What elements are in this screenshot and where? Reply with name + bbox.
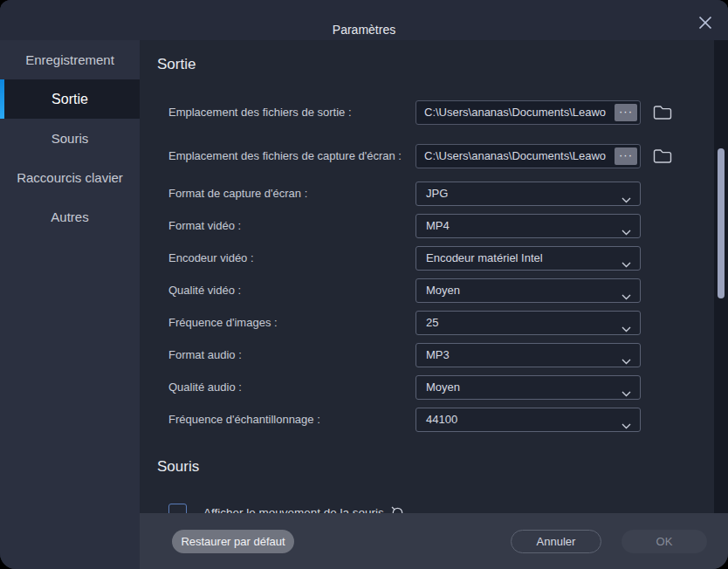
field-label: Emplacement des fichiers de capture d'éc… [168, 144, 402, 168]
sidebar: Enregistrement Sortie Souris Raccourcis … [0, 40, 140, 569]
section-heading-sortie: Sortie [157, 56, 196, 73]
chevron-down-icon [622, 417, 631, 433]
titlebar: Paramètres [0, 0, 728, 40]
form-row-video-quality: Qualité vidéo : Moyen [140, 278, 714, 303]
frame-rate-select[interactable]: 25 [416, 311, 641, 335]
active-tab-indicator [0, 79, 4, 119]
sidebar-item-souris[interactable]: Souris [0, 119, 140, 158]
field-label: Qualité vidéo : [168, 278, 241, 303]
chevron-down-icon [622, 353, 631, 368]
field-label: Fréquence d'échantillonnage : [168, 408, 320, 432]
sidebar-item-label: Autres [51, 209, 88, 224]
video-encoder-select[interactable]: Encodeur matériel Intel [416, 246, 641, 271]
form-row-frame-rate: Fréquence d'images : 25 [140, 311, 714, 335]
select-value: Moyen [426, 376, 460, 399]
form-row-screenshot-path: Emplacement des fichiers de capture d'éc… [140, 144, 714, 168]
video-format-select[interactable]: MP4 [416, 214, 641, 238]
chevron-down-icon [622, 288, 631, 304]
scrollbar-track[interactable] [714, 40, 728, 513]
sidebar-item-label: Souris [52, 131, 89, 146]
settings-window: Paramètres Enregistrement Sortie Souris … [0, 0, 728, 569]
form-row-video-encoder: Encodeur vidéo : Encodeur matériel Intel [140, 246, 714, 271]
sidebar-item-sortie[interactable]: Sortie [0, 79, 140, 119]
restore-defaults-button[interactable]: Restaurer par défaut [172, 530, 294, 553]
select-value: 25 [426, 312, 438, 334]
video-quality-select[interactable]: Moyen [416, 278, 641, 303]
form-row-audio-format: Format audio : MP3 [140, 343, 714, 367]
sidebar-item-label: Enregistrement [25, 52, 114, 67]
sidebar-item-label: Raccourcis clavier [17, 170, 123, 185]
audio-quality-select[interactable]: Moyen [416, 375, 641, 400]
output-path-field[interactable]: C:\Users\ananas\Documents\Leawo ··· [416, 100, 641, 125]
field-label: Emplacement des fichiers de sortie : [168, 100, 352, 125]
form-row-audio-quality: Qualité audio : Moyen [140, 375, 714, 400]
field-label: Fréquence d'images : [168, 311, 278, 335]
sidebar-item-label: Sortie [52, 92, 88, 107]
close-icon [697, 15, 713, 34]
browse-ellipsis-button[interactable]: ··· [615, 147, 637, 165]
form-row-video-format: Format vidéo : MP4 [140, 214, 714, 238]
path-value: C:\Users\ananas\Documents\Leawo [424, 101, 610, 124]
sidebar-item-autres[interactable]: Autres [0, 197, 140, 237]
form-row-sample-rate: Fréquence d'échantillonnage : 44100 [140, 408, 714, 432]
select-value: MP3 [426, 344, 450, 367]
section-heading-souris: Souris [157, 458, 199, 476]
window-title: Paramètres [0, 23, 728, 37]
open-folder-icon[interactable] [653, 105, 672, 124]
audio-format-select[interactable]: MP3 [416, 343, 641, 367]
screenshot-path-field[interactable]: C:\Users\ananas\Documents\Leawo ··· [416, 144, 641, 168]
ok-button[interactable]: OK [622, 530, 707, 553]
sidebar-item-raccourcis-clavier[interactable]: Raccourcis clavier [0, 158, 140, 197]
select-value: MP4 [426, 215, 450, 237]
form-row-screenshot-format: Format de capture d'écran : JPG [140, 182, 714, 206]
select-value: JPG [426, 182, 448, 205]
select-value: 44100 [426, 408, 457, 431]
sample-rate-select[interactable]: 44100 [416, 408, 641, 432]
settings-content: Sortie Emplacement des fichiers de sorti… [140, 40, 714, 513]
form-row-output-path: Emplacement des fichiers de sortie : C:\… [140, 100, 714, 125]
path-value: C:\Users\ananas\Documents\Leawo [424, 145, 610, 168]
browse-ellipsis-button[interactable]: ··· [615, 104, 637, 121]
field-label: Format audio : [168, 343, 242, 367]
chevron-down-icon [622, 320, 631, 336]
open-folder-icon[interactable] [653, 148, 672, 168]
field-label: Format de capture d'écran : [168, 182, 307, 206]
cancel-button[interactable]: Annuler [511, 530, 601, 553]
field-label: Qualité audio : [168, 375, 242, 400]
select-value: Moyen [426, 279, 460, 302]
sidebar-item-enregistrement[interactable]: Enregistrement [0, 40, 140, 79]
select-value: Encodeur matériel Intel [426, 247, 543, 270]
field-label: Encodeur vidéo : [168, 246, 254, 271]
scrollbar-thumb[interactable] [718, 148, 725, 298]
close-button[interactable] [696, 15, 715, 34]
field-label: Format vidéo : [168, 214, 241, 238]
chevron-down-icon [622, 191, 631, 207]
chevron-down-icon [622, 223, 631, 239]
footer: Restaurer par défaut Annuler OK [140, 513, 728, 569]
chevron-down-icon [622, 256, 631, 271]
screenshot-format-select[interactable]: JPG [416, 182, 641, 206]
chevron-down-icon [622, 385, 631, 401]
